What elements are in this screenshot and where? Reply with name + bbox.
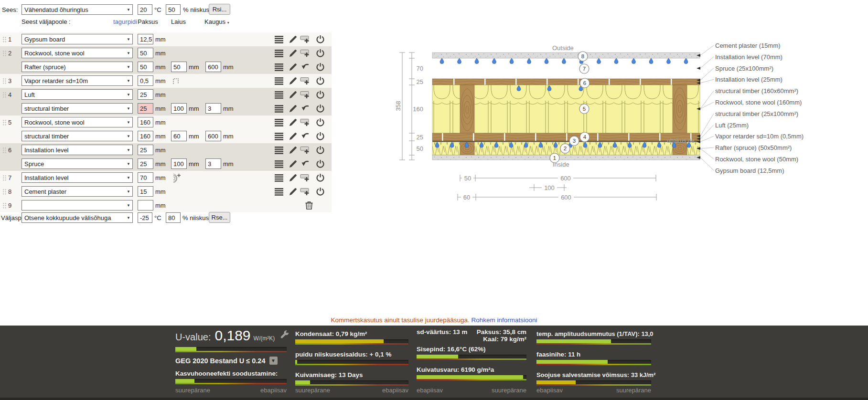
distance-input[interactable]: 3 <box>205 103 221 114</box>
material-select[interactable]: Luft▼ <box>21 89 133 100</box>
menu-icon[interactable] <box>274 62 284 72</box>
width-input[interactable]: 50 <box>171 62 187 72</box>
toggle-layer-icon[interactable] <box>315 131 325 141</box>
drag-handle-icon[interactable] <box>2 50 7 57</box>
inside-surface-select[interactable]: Vähendatud õhuringlus ▼ <box>21 4 133 15</box>
swap-icon[interactable] <box>300 62 311 72</box>
edit-icon[interactable] <box>288 62 298 72</box>
thickness-input[interactable]: 25 <box>138 158 153 169</box>
material-select[interactable]: Rafter (spruce)▼ <box>21 62 133 72</box>
menu-icon[interactable] <box>274 187 284 196</box>
toggle-layer-icon[interactable] <box>315 145 325 155</box>
inside-temp-input[interactable]: 20 <box>138 4 152 15</box>
add-layer-icon[interactable] <box>300 90 311 99</box>
wrench-icon[interactable] <box>279 330 289 342</box>
toggle-layer-icon[interactable] <box>315 117 325 127</box>
material-select[interactable]: Rockwool, stone wool▼ <box>21 48 133 58</box>
menu-icon[interactable] <box>274 90 284 99</box>
thickness-input[interactable]: 12,5 <box>138 34 153 44</box>
reverse-link[interactable]: tagurpidi <box>113 18 137 25</box>
menu-icon[interactable] <box>274 117 284 127</box>
edit-icon[interactable] <box>288 48 298 58</box>
edit-icon[interactable] <box>288 145 298 155</box>
thickness-input[interactable]: 25 <box>138 89 153 100</box>
width-input[interactable]: 60 <box>171 131 187 141</box>
material-select[interactable]: structural timber▼ <box>21 103 133 114</box>
swap-icon[interactable] <box>300 131 311 141</box>
distance-input[interactable]: 600 <box>205 131 221 141</box>
thickness-input[interactable]: 15 <box>138 186 153 197</box>
rse-button[interactable]: Rse... <box>209 212 230 223</box>
drag-handle-icon[interactable] <box>2 189 7 195</box>
drag-handle-icon[interactable] <box>2 202 7 209</box>
add-layer-icon[interactable] <box>300 117 311 127</box>
toggle-layer-icon[interactable] <box>315 173 325 182</box>
material-select[interactable]: Installation level▼ <box>21 145 133 155</box>
toggle-layer-icon[interactable] <box>315 76 325 85</box>
rsi-button[interactable]: Rsi... <box>209 4 230 15</box>
drag-handle-icon[interactable] <box>2 119 7 126</box>
width-input[interactable]: 100 <box>171 103 187 114</box>
toggle-layer-icon[interactable] <box>315 90 325 99</box>
outside-temp-input[interactable]: -25 <box>138 212 152 223</box>
swap-icon[interactable] <box>300 159 311 168</box>
add-layer-icon[interactable] <box>300 173 311 182</box>
add-layer-icon[interactable] <box>300 187 311 196</box>
menu-icon[interactable] <box>274 104 284 113</box>
geg-dropdown-button[interactable]: ▼ <box>269 357 278 365</box>
drag-handle-icon[interactable] <box>2 175 7 181</box>
outside-humidity-input[interactable]: 80 <box>166 212 181 223</box>
toggle-layer-icon[interactable] <box>315 62 325 72</box>
outside-surface-select[interactable]: Otsene kokkupuude välisõhuga ▼ <box>21 212 133 223</box>
edit-icon[interactable] <box>288 34 298 44</box>
menu-icon[interactable] <box>274 173 284 182</box>
menu-icon[interactable] <box>274 48 284 58</box>
add-layer-icon[interactable] <box>300 48 311 58</box>
toggle-layer-icon[interactable] <box>315 48 325 58</box>
thickness-input[interactable]: 70 <box>138 172 153 183</box>
toggle-layer-icon[interactable] <box>315 187 325 196</box>
drag-handle-icon[interactable] <box>2 78 7 84</box>
material-select[interactable]: Vapor retarder sd=10m▼ <box>21 75 133 86</box>
edit-icon[interactable] <box>288 76 298 85</box>
toggle-layer-icon[interactable] <box>315 34 325 44</box>
edit-icon[interactable] <box>288 187 298 196</box>
drag-handle-icon[interactable] <box>2 92 7 98</box>
thickness-input[interactable]: 160 <box>138 117 153 127</box>
edit-icon[interactable] <box>288 159 298 168</box>
menu-icon[interactable] <box>274 34 284 44</box>
inside-humidity-input[interactable]: 50 <box>166 4 181 15</box>
thickness-input[interactable]: 50 <box>138 48 153 58</box>
edit-icon[interactable] <box>288 173 298 182</box>
drag-handle-icon[interactable] <box>2 36 7 43</box>
toggle-layer-icon[interactable] <box>315 104 325 113</box>
col-distance[interactable]: Kaugus ▾ <box>204 18 229 25</box>
material-select[interactable]: Installation level▼ <box>21 172 133 183</box>
material-select[interactable]: Rockwool, stone wool▼ <box>21 117 133 127</box>
menu-icon[interactable] <box>274 159 284 168</box>
edit-icon[interactable] <box>288 104 298 113</box>
menu-icon[interactable] <box>274 131 284 141</box>
thickness-input[interactable]: 50 <box>138 62 153 72</box>
width-input[interactable]: 100 <box>171 158 187 169</box>
swap-icon[interactable] <box>300 104 311 113</box>
delete-layer-icon[interactable] <box>304 200 314 210</box>
material-select[interactable]: Cement plaster▼ <box>21 186 133 197</box>
distance-input[interactable]: 3 <box>205 158 221 169</box>
material-select[interactable]: ▼ <box>21 200 133 211</box>
thickness-input[interactable]: 25 <box>138 103 153 114</box>
edit-icon[interactable] <box>288 117 298 127</box>
material-select[interactable]: Spruce▼ <box>21 158 133 169</box>
thickness-input[interactable] <box>138 200 153 211</box>
thickness-input[interactable]: 0,5 <box>138 75 153 86</box>
toggle-layer-icon[interactable] <box>315 159 325 168</box>
add-layer-icon[interactable] <box>300 76 311 85</box>
more-info-link[interactable]: Rohkem informatsiooni <box>472 316 537 324</box>
edit-icon[interactable] <box>288 90 298 99</box>
distance-input[interactable]: 600 <box>205 62 221 72</box>
material-select[interactable]: Gypsum board▼ <box>21 34 133 44</box>
add-layer-icon[interactable] <box>300 145 311 155</box>
menu-icon[interactable] <box>274 145 284 155</box>
drag-handle-icon[interactable] <box>2 147 7 154</box>
menu-icon[interactable] <box>274 76 284 85</box>
